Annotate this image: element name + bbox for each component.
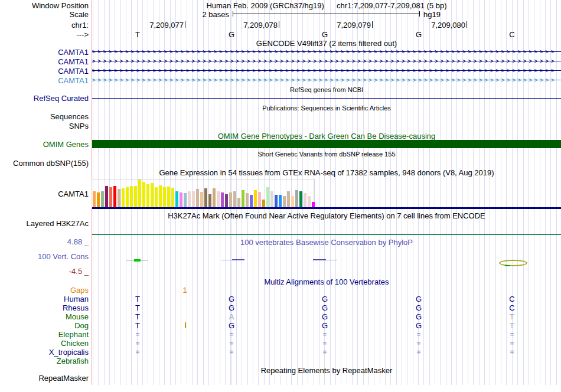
multiz-base-cell[interactable]: = bbox=[318, 331, 332, 338]
gtex-tissue-bar-37[interactable] bbox=[242, 190, 244, 207]
gtex-tissue-bar-49[interactable] bbox=[291, 196, 294, 207]
gtex-tissue-bar-12[interactable] bbox=[138, 179, 141, 207]
gtex-tissue-bar-18[interactable] bbox=[163, 187, 166, 207]
gtex-tissue-bar-9[interactable] bbox=[126, 187, 129, 207]
multiz-species-label-dog[interactable]: Dog bbox=[74, 321, 89, 330]
multiz-base-cell[interactable]: G bbox=[224, 295, 239, 303]
conservation-score-mark[interactable] bbox=[505, 265, 510, 266]
multiz-base-cell[interactable]: G bbox=[412, 321, 426, 330]
multiz-base-cell[interactable]: T bbox=[131, 312, 145, 321]
multiz-base-cell[interactable]: G bbox=[318, 295, 332, 303]
gtex-tissue-bar-43[interactable] bbox=[266, 187, 269, 207]
conservation-score-mark[interactable] bbox=[126, 260, 135, 261]
gtex-tissue-bar-45[interactable] bbox=[275, 195, 278, 207]
snps-track-label[interactable]: SNPs bbox=[69, 122, 89, 130]
layered-h3k27ac-label[interactable]: Layered H3K27Ac bbox=[26, 219, 89, 228]
repeatmasker-label[interactable]: RepeatMasker bbox=[38, 374, 89, 383]
multiz-base-cell[interactable]: G bbox=[318, 312, 332, 321]
multiz-base-cell[interactable]: = bbox=[131, 331, 145, 338]
h3k27ac-signal-line[interactable] bbox=[92, 234, 561, 235]
gtex-tissue-bar-40[interactable] bbox=[254, 190, 257, 207]
gtex-gene-label[interactable]: CAMTA1 bbox=[58, 190, 89, 198]
gtex-tissue-bar-15[interactable] bbox=[151, 183, 154, 207]
multiz-species-label-gaps[interactable]: Gaps bbox=[70, 286, 89, 295]
gtex-tissue-bar-34[interactable] bbox=[229, 192, 232, 207]
gtex-tissue-bar-26[interactable] bbox=[196, 189, 199, 207]
common-dbsnp-label[interactable]: Common dbSNP(155) bbox=[13, 159, 89, 168]
multiz-base-cell[interactable]: G bbox=[412, 295, 426, 303]
gtex-tissue-bar-51[interactable] bbox=[299, 191, 302, 207]
gtex-tissue-bar-24[interactable] bbox=[188, 191, 191, 207]
multiz-gap-count[interactable]: 1 bbox=[178, 286, 192, 295]
gtex-tissue-bar-3[interactable] bbox=[101, 191, 104, 207]
multiz-base-cell[interactable]: G bbox=[318, 303, 332, 312]
multiz-base-cell[interactable]: C bbox=[505, 295, 519, 303]
multiz-base-cell[interactable]: G bbox=[224, 303, 239, 312]
gtex-tissue-bar-7[interactable] bbox=[118, 189, 120, 207]
gencode-gene-label-4[interactable]: CAMTA1 bbox=[58, 76, 89, 85]
gtex-tissue-bar-21[interactable] bbox=[175, 191, 178, 207]
gtex-tissue-bar-38[interactable] bbox=[246, 193, 249, 207]
multiz-base-cell[interactable]: A bbox=[224, 312, 239, 321]
conservation-score-mark[interactable] bbox=[141, 260, 148, 261]
multiz-base-cell[interactable]: G bbox=[224, 321, 239, 330]
gtex-tissue-bar-50[interactable] bbox=[295, 190, 298, 207]
multiz-base-cell[interactable]: = bbox=[318, 339, 332, 347]
multiz-base-cell[interactable]: G bbox=[412, 303, 426, 312]
multiz-base-cell[interactable]: G bbox=[412, 312, 426, 321]
gtex-tissue-bar-35[interactable] bbox=[233, 191, 236, 207]
gtex-gene-model-line[interactable] bbox=[92, 207, 561, 209]
gtex-tissue-bar-17[interactable] bbox=[159, 185, 162, 207]
multiz-base-cell[interactable]: = bbox=[131, 339, 145, 347]
conservation-score-mark[interactable] bbox=[313, 259, 326, 260]
multiz-species-label-elephant[interactable]: Elephant bbox=[58, 330, 89, 339]
gtex-tissue-bar-5[interactable] bbox=[109, 187, 112, 207]
gtex-tissue-bar-10[interactable] bbox=[130, 186, 133, 207]
gtex-tissue-bar-19[interactable] bbox=[167, 187, 170, 207]
multiz-base-cell[interactable]: = bbox=[131, 348, 145, 355]
gtex-tissue-bar-52[interactable] bbox=[304, 193, 306, 207]
multiz-base-cell[interactable]: = bbox=[224, 339, 239, 347]
gencode-gene-label-2[interactable]: CAMTA1 bbox=[58, 57, 89, 66]
multiz-species-label-human[interactable]: Human bbox=[64, 295, 89, 303]
gtex-tissue-bar-8[interactable] bbox=[122, 188, 125, 207]
gtex-tissue-bar-41[interactable] bbox=[258, 192, 261, 207]
gtex-tissue-bar-25[interactable] bbox=[192, 191, 195, 207]
gtex-tissue-bar-39[interactable] bbox=[250, 195, 253, 207]
omim-gene-bar[interactable] bbox=[92, 140, 561, 148]
gene-strand-arrows[interactable]: >>>>>>>>>>>>>>>>>>>>>>>>>>>>>>>>>>>>>>>>… bbox=[92, 58, 561, 65]
gtex-tissue-bar-30[interactable] bbox=[213, 188, 216, 207]
gtex-tissue-bar-23[interactable] bbox=[184, 193, 187, 207]
conservation-score-mark[interactable] bbox=[232, 259, 244, 260]
gtex-tissue-bar-4[interactable] bbox=[105, 186, 108, 207]
multiz-base-cell[interactable]: T bbox=[505, 321, 519, 330]
gtex-tissue-bar-29[interactable] bbox=[208, 194, 211, 207]
gencode-gene-label-1[interactable]: CAMTA1 bbox=[58, 48, 89, 57]
multiz-base-cell[interactable]: = bbox=[505, 331, 519, 338]
gtex-tissue-bar-28[interactable] bbox=[204, 188, 207, 207]
multiz-base-cell[interactable]: T bbox=[505, 312, 519, 321]
multiz-species-label-mouse[interactable]: Mouse bbox=[66, 312, 89, 321]
multiz-base-cell[interactable]: T bbox=[131, 321, 145, 330]
gtex-tissue-bar-42[interactable] bbox=[262, 200, 265, 207]
conservation-score-mark[interactable] bbox=[134, 259, 141, 262]
refseq-gene-line[interactable] bbox=[92, 98, 561, 99]
multiz-species-label-zebrafish[interactable]: Zebrafish bbox=[57, 357, 89, 365]
omim-genes-label[interactable]: OMIM Genes bbox=[43, 140, 89, 149]
multiz-base-cell[interactable]: = bbox=[412, 339, 426, 347]
multiz-base-cell[interactable]: = bbox=[505, 339, 519, 347]
refseq-curated-label[interactable]: RefSeq Curated bbox=[34, 94, 89, 103]
multiz-base-cell[interactable]: = bbox=[505, 348, 519, 355]
gtex-tissue-bar-32[interactable] bbox=[221, 192, 224, 207]
gtex-tissue-bar-53[interactable] bbox=[308, 196, 311, 207]
gtex-tissue-bar-20[interactable] bbox=[171, 188, 174, 207]
gtex-tissue-bar-6[interactable] bbox=[113, 186, 116, 207]
sequences-track-label[interactable]: Sequences bbox=[50, 112, 89, 121]
multiz-base-cell[interactable]: = bbox=[412, 331, 426, 338]
multiz-base-cell[interactable]: = bbox=[318, 348, 332, 355]
multiz-species-label-rhesus[interactable]: Rhesus bbox=[63, 303, 89, 312]
multiz-base-cell[interactable]: G bbox=[318, 321, 332, 330]
multiz-insertion-tick[interactable] bbox=[185, 322, 186, 328]
multiz-species-label-x_tropicalis[interactable]: X_tropicalis bbox=[49, 348, 89, 357]
multiz-base-cell[interactable]: T bbox=[131, 303, 145, 312]
